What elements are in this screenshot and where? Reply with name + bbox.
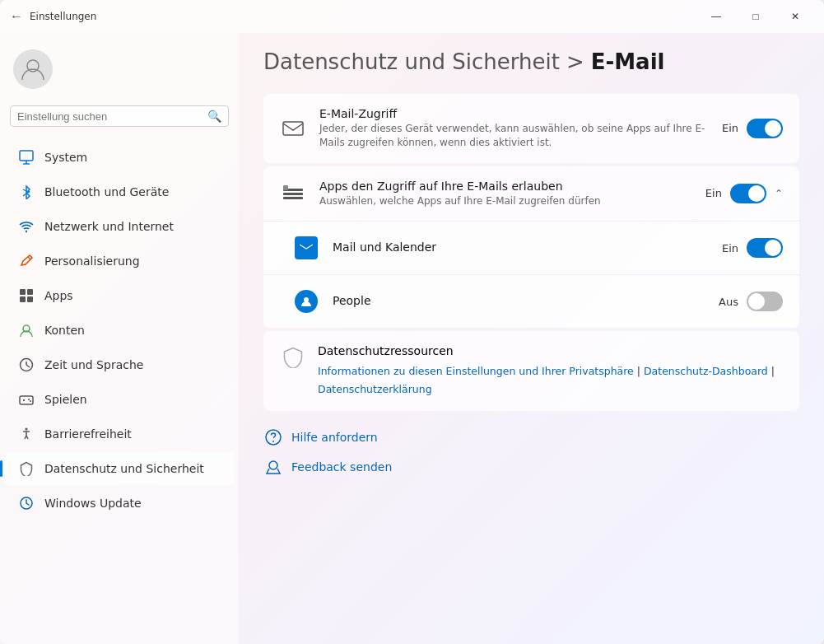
- clock-icon: [18, 357, 35, 373]
- toggle-knob: [765, 120, 781, 137]
- feedback-label: Feedback senden: [291, 460, 392, 474]
- svg-point-6: [26, 231, 27, 232]
- shield-icon: [18, 460, 35, 477]
- sidebar-label-update: Windows Update: [44, 497, 142, 510]
- game-icon: [18, 391, 35, 408]
- bottom-links: Hilfe anfordern Feedback senden: [263, 427, 799, 477]
- page-title: E-Mail: [591, 49, 665, 74]
- email-access-text: E-Mail-Zugriff Jeder, der dieses Gerät v…: [319, 107, 709, 150]
- email-access-status: Ein: [722, 122, 738, 134]
- svg-point-18: [28, 399, 30, 400]
- svg-point-30: [272, 441, 274, 442]
- privacy-dashboard-link[interactable]: Datenschutz-Dashboard: [644, 365, 768, 377]
- svg-rect-7: [20, 289, 26, 295]
- apps-access-text: Apps den Zugriff auf Ihre E-Mails erlaub…: [319, 180, 692, 208]
- breadcrumb-separator: >: [566, 49, 584, 74]
- search-box[interactable]: 🔍: [10, 105, 229, 127]
- mail-calendar-toggle[interactable]: [747, 238, 783, 258]
- svg-rect-26: [283, 185, 288, 190]
- sidebar-label-system: System: [44, 151, 87, 164]
- help-icon: [263, 427, 283, 447]
- help-link[interactable]: Hilfe anfordern: [263, 427, 799, 447]
- sidebar-label-time: Zeit und Sprache: [44, 358, 143, 371]
- people-toggle[interactable]: [747, 292, 783, 311]
- email-access-subtitle: Jeder, der dieses Gerät verwendet, kann …: [319, 122, 709, 150]
- email-access-title: E-Mail-Zugriff: [319, 107, 709, 120]
- email-access-card: E-Mail-Zugriff Jeder, der dieses Gerät v…: [263, 94, 799, 163]
- feedback-icon: [263, 457, 283, 477]
- accessibility-icon: [18, 426, 35, 442]
- window-controls: — □ ✕: [697, 3, 814, 30]
- mail-calendar-text: Mail und Kalender: [333, 240, 709, 255]
- sidebar-item-gaming[interactable]: Spielen: [5, 383, 234, 416]
- minimize-button[interactable]: —: [697, 3, 735, 30]
- feedback-link[interactable]: Feedback senden: [263, 457, 799, 477]
- sidebar-item-network[interactable]: Netzwerk und Internet: [5, 210, 234, 243]
- sidebar-item-apps[interactable]: Apps: [5, 279, 234, 312]
- apps-access-toggle[interactable]: [730, 184, 766, 203]
- paint-icon: [18, 253, 35, 269]
- mail-calendar-row: Mail und Kalender Ein: [263, 222, 799, 275]
- svg-rect-15: [20, 396, 33, 404]
- svg-rect-27: [300, 242, 313, 254]
- sidebar-item-update[interactable]: Windows Update: [5, 487, 234, 520]
- sidebar-item-system[interactable]: System: [5, 141, 234, 174]
- collapse-icon[interactable]: ⌃: [775, 188, 783, 199]
- sidebar-label-network: Netzwerk und Internet: [44, 220, 174, 233]
- bluetooth-icon: [18, 184, 35, 200]
- resources-links: Informationen zu diesen Einstellungen un…: [318, 362, 775, 398]
- email-icon: [280, 115, 306, 142]
- sidebar-item-time[interactable]: Zeit und Sprache: [5, 348, 234, 381]
- people-row: People Aus: [263, 275, 799, 328]
- mail-calendar-icon: [293, 235, 319, 261]
- svg-rect-24: [283, 193, 303, 195]
- update-icon: [18, 495, 35, 511]
- sidebar-item-accessibility[interactable]: Barrierefreiheit: [5, 418, 234, 450]
- sidebar-label-accessibility: Barrierefreiheit: [44, 427, 132, 441]
- people-title: People: [333, 294, 705, 307]
- svg-line-14: [26, 365, 30, 367]
- svg-rect-10: [27, 296, 33, 302]
- sidebar: 🔍 System Bluetooth und Geräte Netzwe: [0, 33, 239, 644]
- toggle-knob-3: [765, 240, 781, 256]
- svg-rect-1: [20, 151, 33, 161]
- sidebar-item-bluetooth[interactable]: Bluetooth und Geräte: [5, 175, 234, 208]
- email-access-right: Ein: [722, 119, 783, 138]
- network-icon: [18, 218, 35, 235]
- people-app-icon: [295, 290, 318, 313]
- back-button[interactable]: ←: [10, 9, 23, 24]
- people-icon: [293, 288, 319, 315]
- main-layout: 🔍 System Bluetooth und Geräte Netzwe: [0, 33, 824, 644]
- privacy-declaration-link[interactable]: Datenschutzerklärung: [318, 383, 432, 395]
- privacy-resources-icon: [280, 344, 306, 371]
- window-title: Einstellungen: [30, 11, 96, 22]
- sidebar-label-personalization: Personalisierung: [44, 254, 140, 268]
- sidebar-label-gaming: Spielen: [44, 393, 87, 406]
- mail-calendar-right: Ein: [722, 238, 783, 258]
- sidebar-label-privacy: Datenschutz und Sicherheit: [44, 462, 204, 475]
- pipe-separator-2: |: [771, 365, 775, 377]
- content-area: Datenschutz und Sicherheit > E-Mail E-Ma…: [239, 33, 824, 644]
- avatar[interactable]: [13, 49, 53, 89]
- sidebar-item-accounts[interactable]: Konten: [5, 314, 234, 347]
- titlebar: ← Einstellungen — □ ✕: [0, 0, 824, 33]
- people-status: Aus: [719, 296, 738, 308]
- resources-title: Datenschutzressourcen: [318, 344, 775, 357]
- svg-point-20: [26, 428, 28, 431]
- close-button[interactable]: ✕: [776, 3, 814, 30]
- email-access-toggle[interactable]: [747, 119, 783, 138]
- people-right: Aus: [719, 292, 783, 311]
- titlebar-left: ← Einstellungen: [10, 9, 96, 24]
- pipe-separator-1: |: [637, 365, 644, 377]
- sidebar-label-apps: Apps: [44, 289, 73, 302]
- apps-access-subtitle: Auswählen, welche Apps auf Ihre E-Mail z…: [319, 194, 692, 208]
- privacy-info-link[interactable]: Informationen zu diesen Einstellungen un…: [318, 365, 634, 377]
- resources-text: Datenschutzressourcen Informationen zu d…: [318, 344, 775, 398]
- maximize-button[interactable]: □: [737, 3, 775, 30]
- sidebar-item-personalization[interactable]: Personalisierung: [5, 245, 234, 278]
- apps-access-status: Ein: [705, 187, 722, 199]
- breadcrumb-parent: Datenschutz und Sicherheit: [263, 49, 560, 74]
- apps-access-header-row: Apps den Zugriff auf Ihre E-Mails erlaub…: [263, 166, 799, 222]
- search-input[interactable]: [17, 110, 203, 123]
- sidebar-item-privacy[interactable]: Datenschutz und Sicherheit: [5, 452, 234, 485]
